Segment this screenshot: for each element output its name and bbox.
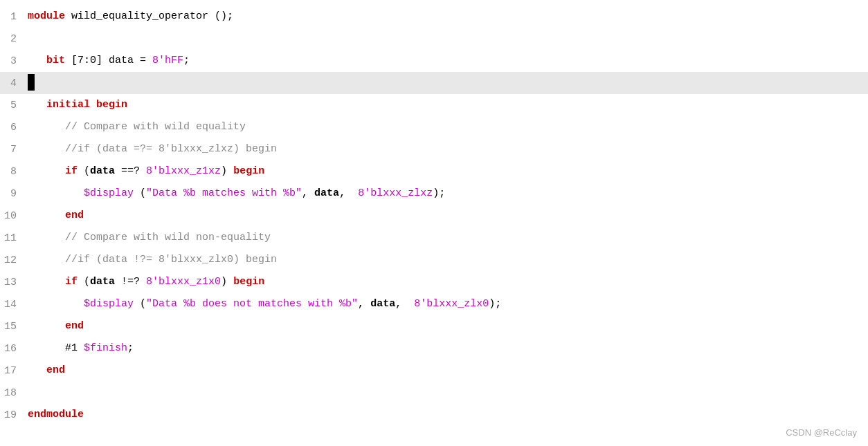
code-token: , [339,187,358,199]
code-line: 8 if (data ==? 8'blxxx_z1xz) begin [0,160,868,183]
code-token: begin [96,99,127,111]
code-token: //if (data !?= 8'blxxx_zlx0) begin [65,254,277,266]
code-line: 9 $display ("Data %b matches with %b", d… [0,183,868,205]
line-content: // Compare with wild non-equality [25,227,868,249]
code-token: "Data %b does not matches with %b" [146,298,358,310]
code-line: 18 [0,382,868,404]
code-token: "Data %b matches with %b" [146,187,302,199]
code-line: 1module wild_equality_operator (); [0,6,868,28]
code-line: 10 end [0,205,868,227]
code-token: 8'blxxx_zlx0 [414,298,489,310]
line-number: 2 [0,33,25,45]
code-line: 7 //if (data =?= 8'blxxx_zlxz) begin [0,138,868,160]
line-content: endmodule [25,404,868,426]
line-number: 12 [0,254,25,266]
code-token [28,232,65,243]
code-token: 8'blxxx_zlxz [358,187,433,199]
code-token: // Compare with wild non-equality [65,232,271,243]
code-token: begin [233,165,264,177]
line-content: #1 $finish; [25,337,868,360]
code-line: 14 $display ("Data %b does not matches w… [0,293,868,315]
line-number: 11 [0,232,25,244]
code-token: #1 [28,342,84,354]
code-token: !=? [115,276,146,288]
line-content: bit [7:0] data = 8'hFF; [25,50,868,72]
line-content: end [25,205,868,227]
code-token: //if (data =?= 8'blxxx_zlxz) begin [65,143,277,155]
code-line: 12 //if (data !?= 8'blxxx_zlx0) begin [0,249,868,271]
code-token [28,165,65,177]
line-content: // Compare with wild equality [25,116,868,138]
code-token: 8'hFF [152,55,183,66]
line-number: 14 [0,299,25,310]
line-number: 9 [0,188,25,200]
code-token [28,187,84,199]
line-number: 10 [0,210,25,222]
code-token: , [302,187,314,199]
code-token [28,254,65,266]
code-token: $display [84,298,134,310]
line-content: //if (data =?= 8'blxxx_zlxz) begin [25,138,868,160]
code-token: data [314,187,339,199]
code-token: 8'blxxx_z1x0 [146,276,221,288]
code-token: ; [183,55,190,66]
code-token [90,99,96,111]
code-line: 6 // Compare with wild equality [0,116,868,138]
code-token: data [90,276,115,288]
line-number: 5 [0,100,25,111]
code-token: begin [233,276,264,288]
code-token: end [46,364,65,376]
line-content: end [25,315,868,337]
watermark-label: CSDN @ReCclay [786,427,857,438]
line-number: 4 [0,77,25,89]
code-line: 5 initial begin [0,94,868,116]
line-number: 3 [0,55,25,67]
code-token: ( [78,165,90,177]
code-token: end [65,210,84,221]
code-token [28,320,65,332]
code-line: 3 bit [7:0] data = 8'hFF; [0,50,868,72]
code-token [28,276,65,288]
code-token: if [65,276,78,288]
code-token: ) [221,276,233,288]
code-token: ( [78,276,90,288]
code-token: bit [28,55,65,66]
code-token: $display [84,187,134,199]
code-token [28,298,84,310]
line-number: 17 [0,365,25,377]
line-number: 13 [0,277,25,288]
line-content: module wild_equality_operator (); [25,6,868,28]
line-content: initial begin [25,94,868,116]
code-token: ); [433,187,445,199]
code-token: wild_equality_operator (); [65,10,233,22]
code-token: data [90,165,115,177]
code-line: 16 #1 $finish; [0,337,868,360]
line-number: 6 [0,122,25,133]
code-line: 19endmodule [0,404,868,426]
line-content: end [25,360,868,382]
line-number: 18 [0,387,25,399]
text-cursor [28,74,35,91]
code-token: $finish [84,342,127,354]
line-content: //if (data !?= 8'blxxx_zlx0) begin [25,249,868,271]
code-line: 4 [0,72,868,94]
code-token [28,143,65,155]
line-number: 8 [0,166,25,178]
line-number: 1 [0,11,25,23]
code-token: initial [28,99,90,111]
code-token [28,121,65,133]
code-token: end [65,320,84,332]
line-content: $display ("Data %b matches with %b", dat… [25,183,868,205]
code-line: 11 // Compare with wild non-equality [0,227,868,249]
code-line: 17 end [0,360,868,382]
line-number: 15 [0,321,25,333]
code-token: ; [127,342,134,354]
line-number: 7 [0,144,25,156]
code-token: ( [134,298,146,310]
code-token: [7:0] data = [65,55,152,66]
code-token: // Compare with wild equality [65,121,246,133]
code-token: ==? [115,165,146,177]
code-token [28,210,65,221]
code-line: 2 [0,28,868,50]
code-token: data [370,298,395,310]
